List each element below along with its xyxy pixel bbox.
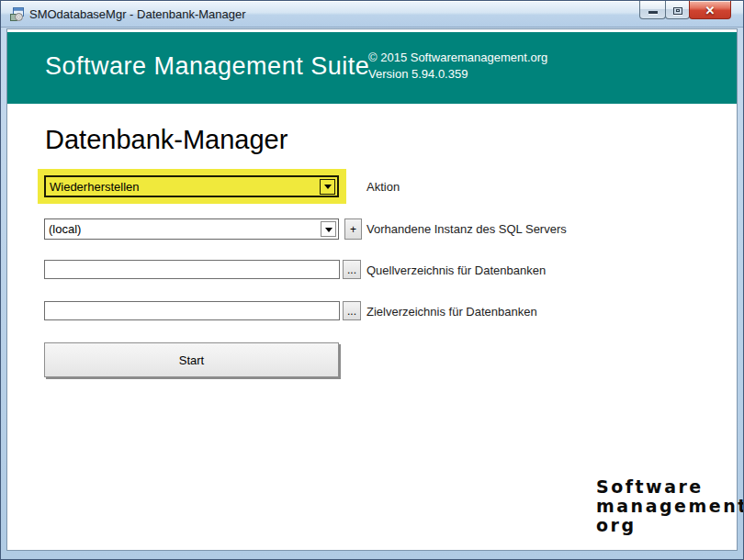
maximize-icon: [673, 7, 682, 15]
sql-instance-dropdown-arrow[interactable]: [321, 221, 336, 237]
action-label: Aktion: [366, 180, 400, 194]
close-button[interactable]: ✕: [689, 1, 731, 19]
installer-app-icon: [9, 6, 25, 22]
sql-instance-dropdown[interactable]: (local): [44, 218, 339, 240]
window-title: SMOdatabaseMgr - Datenbank-Manager: [29, 7, 246, 21]
action-dropdown[interactable]: Wiederherstellen: [44, 175, 339, 197]
logo-line-2: management: [596, 497, 744, 516]
sql-instance-dropdown-value: (local): [45, 222, 321, 236]
start-button[interactable]: Start: [44, 342, 339, 377]
sql-instance-label: Vorhandene Instanz des SQL Servers: [366, 222, 567, 236]
add-instance-button[interactable]: +: [344, 218, 362, 240]
logo-line-3: org: [596, 516, 744, 535]
action-dropdown-value: Wiederherstellen: [46, 180, 320, 194]
suite-title: Software Management Suite: [45, 52, 369, 81]
minimize-icon: [648, 11, 658, 14]
maximize-button[interactable]: [665, 1, 690, 19]
window-content: Software Management Suite © 2015 Softwar…: [6, 28, 738, 551]
target-directory-input[interactable]: [44, 301, 340, 320]
copyright-text: © 2015 Softwaremanagement.org: [368, 50, 547, 64]
target-directory-label: Zielverzeichnis für Datenbanken: [366, 305, 537, 319]
minimize-button[interactable]: [639, 1, 666, 19]
target-browse-button[interactable]: ...: [343, 301, 361, 320]
chevron-down-icon: [325, 228, 333, 232]
softwaremanagement-logo: Software management org: [596, 477, 744, 535]
source-browse-button[interactable]: ...: [343, 260, 361, 279]
page-title: Datenbank-Manager: [45, 125, 287, 155]
app-window: SMOdatabaseMgr - Datenbank-Manager ✕ Sof…: [0, 0, 744, 560]
chevron-down-icon: [324, 185, 332, 189]
window-controls: ✕: [639, 1, 731, 19]
action-dropdown-arrow[interactable]: [320, 179, 335, 195]
logo-line-1: Software: [596, 477, 744, 497]
title-bar[interactable]: SMOdatabaseMgr - Datenbank-Manager ✕: [1, 1, 743, 28]
close-icon: ✕: [705, 5, 716, 17]
source-directory-input[interactable]: [44, 260, 340, 279]
suite-header: Software Management Suite © 2015 Softwar…: [7, 32, 737, 104]
version-text: Version 5.94.0.359: [368, 67, 468, 81]
source-directory-label: Quellverzeichnis für Datenbanken: [366, 263, 546, 277]
